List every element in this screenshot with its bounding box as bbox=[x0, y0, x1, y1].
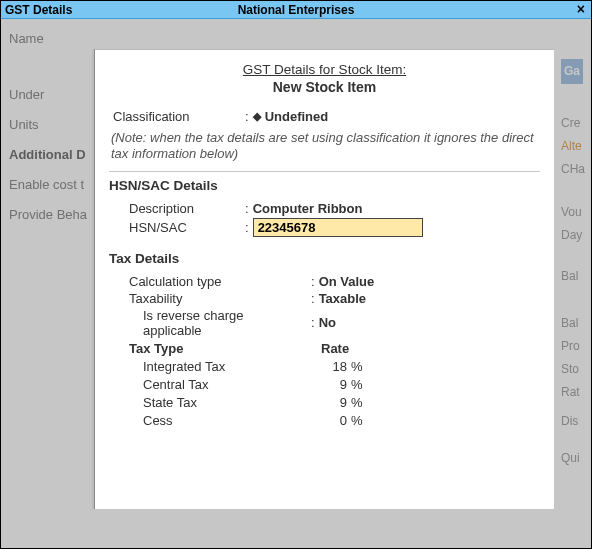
divider bbox=[109, 171, 540, 172]
bg-right-cre: Cre bbox=[561, 112, 587, 135]
tax-name-central: Central Tax bbox=[109, 377, 307, 392]
classification-note: (Note: when the tax details are set usin… bbox=[111, 130, 538, 163]
bg-right-pro: Pro bbox=[561, 335, 587, 358]
bg-label-provide-beh: Provide Beha bbox=[9, 201, 87, 229]
calc-type-value[interactable]: On Value bbox=[315, 274, 375, 289]
bg-right-qui: Qui bbox=[561, 447, 587, 470]
window: GST Details National Enterprises × Name … bbox=[0, 0, 592, 549]
tax-pct-cess: % bbox=[351, 413, 367, 428]
title-bar: GST Details National Enterprises × bbox=[1, 1, 591, 19]
tax-row-state: State Tax 9 % bbox=[109, 395, 540, 410]
tax-rate-central[interactable]: 9 bbox=[307, 377, 351, 392]
bg-right-dis: Dis bbox=[561, 410, 587, 433]
reverse-charge-value[interactable]: No bbox=[315, 315, 336, 330]
bg-label-units: Units bbox=[9, 111, 87, 139]
tax-row-central: Central Tax 9 % bbox=[109, 377, 540, 392]
description-value[interactable]: Computer Ribbon bbox=[249, 201, 363, 216]
tax-type-grid: Tax Type Rate Integrated Tax 18 % Centra… bbox=[109, 341, 540, 428]
bg-label-name: Name bbox=[9, 25, 87, 53]
taxability-value[interactable]: Taxable bbox=[315, 291, 366, 306]
tax-rate-cess[interactable]: 0 bbox=[307, 413, 351, 428]
classification-label: Classification bbox=[109, 109, 245, 124]
bg-right-bal2: Bal bbox=[561, 312, 587, 335]
tax-pct-state: % bbox=[351, 395, 367, 410]
tax-rate-state[interactable]: 9 bbox=[307, 395, 351, 410]
tax-rate-integrated[interactable]: 18 bbox=[307, 359, 351, 374]
calc-type-label: Calculation type bbox=[109, 274, 293, 289]
bg-label-enable-cost: Enable cost t bbox=[9, 171, 87, 199]
classification-row: Classification : ◆Undefined bbox=[109, 109, 540, 124]
background-left-labels: Name Under Units Additional D Enable cos… bbox=[9, 25, 87, 231]
bg-right-sto: Sto bbox=[561, 358, 587, 381]
rate-header: Rate bbox=[321, 341, 365, 356]
tax-grid-header: Tax Type Rate bbox=[109, 341, 540, 356]
bg-right-cha: CHa bbox=[561, 158, 587, 181]
classification-value-text: Undefined bbox=[265, 109, 329, 124]
tax-row-integrated: Integrated Tax 18 % bbox=[109, 359, 540, 374]
bg-label-under: Under bbox=[9, 81, 87, 109]
bg-right-alte: Alte bbox=[561, 135, 587, 158]
description-row: Description : Computer Ribbon bbox=[109, 201, 540, 216]
close-icon[interactable]: × bbox=[577, 1, 585, 17]
reverse-charge-row: Is reverse charge applicable : No bbox=[109, 308, 540, 338]
bg-right-rat: Rat bbox=[561, 381, 587, 404]
tax-name-state: State Tax bbox=[109, 395, 307, 410]
bg-right-vou: Vou bbox=[561, 201, 587, 224]
description-label: Description bbox=[109, 201, 245, 216]
hsnsac-label: HSN/SAC bbox=[109, 220, 245, 235]
title-center: National Enterprises bbox=[1, 3, 591, 17]
calc-type-row: Calculation type : On Value bbox=[109, 274, 540, 289]
hsnsac-row: HSN/SAC : bbox=[109, 218, 540, 237]
hsn-section-header: HSN/SAC Details bbox=[109, 178, 540, 193]
tax-row-cess: Cess 0 % bbox=[109, 413, 540, 428]
taxability-row: Taxability : Taxable bbox=[109, 291, 540, 306]
bg-right-ga: Ga bbox=[561, 59, 583, 84]
bg-right-day: Day bbox=[561, 224, 587, 247]
panel-subtitle: New Stock Item bbox=[109, 79, 540, 95]
bg-label-additional: Additional D bbox=[9, 141, 87, 169]
tax-type-header: Tax Type bbox=[109, 341, 307, 356]
tax-name-cess: Cess bbox=[109, 413, 307, 428]
title-left: GST Details bbox=[5, 3, 72, 17]
tax-details-section-header: Tax Details bbox=[109, 251, 540, 266]
tax-pct-integrated: % bbox=[351, 359, 367, 374]
gst-details-panel: GST Details for Stock Item: New Stock It… bbox=[94, 49, 554, 509]
tax-name-integrated: Integrated Tax bbox=[109, 359, 307, 374]
background-right-labels: Ga Cre Alte CHa Vou Day Bal Bal Pro Sto … bbox=[561, 59, 587, 470]
panel-title: GST Details for Stock Item: bbox=[109, 62, 540, 77]
classification-value[interactable]: ◆Undefined bbox=[249, 109, 329, 124]
tax-pct-central: % bbox=[351, 377, 367, 392]
hsnsac-input[interactable] bbox=[253, 218, 423, 237]
diamond-icon: ◆ bbox=[253, 110, 261, 123]
taxability-label: Taxability bbox=[109, 291, 293, 306]
bg-right-bal1: Bal bbox=[561, 265, 587, 288]
reverse-charge-label: Is reverse charge applicable bbox=[109, 308, 297, 338]
